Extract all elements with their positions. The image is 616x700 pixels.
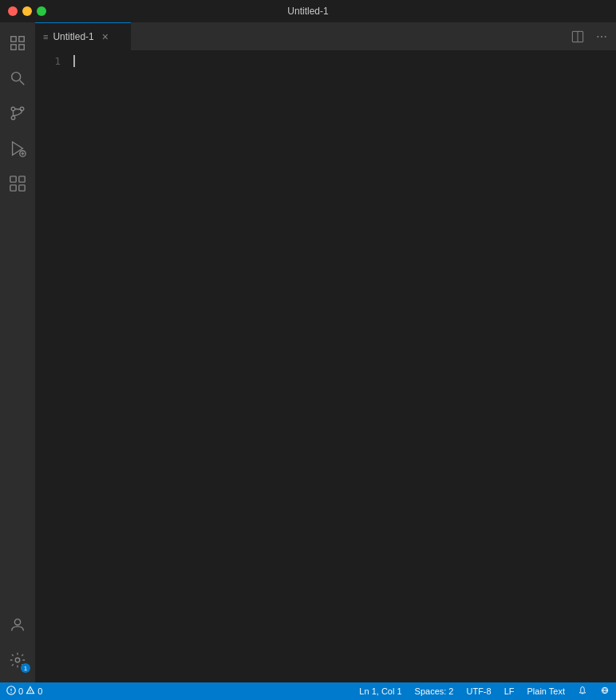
settings-icon[interactable]: 1 (0, 643, 35, 678)
line-ending-item[interactable]: LF (498, 682, 521, 700)
svg-rect-14 (10, 176, 16, 182)
window-title: Untitled-1 (287, 6, 328, 17)
run-debug-icon[interactable] (0, 131, 35, 166)
language-item[interactable]: Plain Text (521, 682, 572, 700)
account-icon[interactable] (0, 607, 35, 643)
source-control-icon[interactable] (0, 96, 35, 131)
error-icon (6, 686, 16, 697)
svg-rect-1 (19, 37, 24, 42)
svg-rect-15 (19, 176, 25, 182)
cursor-position-text: Ln 1, Col 1 (359, 686, 401, 696)
window-controls (8, 6, 46, 16)
code-editor[interactable] (67, 50, 616, 682)
tab-bar-actions (567, 22, 616, 50)
notifications-item[interactable] (571, 682, 594, 700)
minimize-button[interactable] (22, 6, 32, 16)
svg-rect-2 (19, 45, 24, 49)
error-count: 0 (18, 686, 23, 696)
search-icon[interactable] (0, 61, 35, 96)
svg-rect-17 (19, 185, 25, 191)
svg-rect-16 (10, 185, 16, 191)
status-bar: 0 0 Ln 1, Col 1 Spaces: 2 UTF-8 LF P (0, 682, 616, 700)
status-bar-left: 0 0 (0, 682, 49, 700)
svg-marker-10 (13, 142, 23, 156)
activity-bar: 1 (0, 22, 35, 682)
maximize-button[interactable] (37, 6, 46, 16)
line-ending-text: LF (504, 686, 515, 696)
svg-point-19 (15, 658, 20, 662)
svg-point-27 (10, 692, 11, 693)
line-numbers: 1 (35, 50, 67, 682)
remote-icon (600, 686, 610, 697)
svg-point-24 (605, 36, 606, 38)
indent-item[interactable]: Spaces: 2 (409, 682, 460, 700)
remote-item[interactable] (594, 682, 616, 700)
split-editor-button[interactable] (567, 26, 589, 48)
line-number: 1 (35, 53, 61, 69)
notifications-icon (578, 686, 587, 697)
encoding-text: UTF-8 (466, 686, 491, 696)
close-button[interactable] (8, 6, 18, 16)
title-bar: Untitled-1 (0, 0, 616, 22)
warning-count: 0 (38, 686, 42, 696)
svg-rect-0 (11, 37, 16, 42)
svg-point-18 (14, 619, 20, 625)
svg-point-22 (597, 36, 598, 38)
svg-point-4 (12, 73, 21, 81)
status-bar-right: Ln 1, Col 1 Spaces: 2 UTF-8 LF Plain Tex… (353, 682, 616, 700)
tab-bar: ≡ Untitled-1 × (35, 22, 616, 50)
encoding-item[interactable]: UTF-8 (460, 682, 497, 700)
warning-icon (26, 686, 35, 697)
editor-content[interactable]: 1 (35, 50, 616, 682)
main-layout: 1 ≡ Untitled-1 × (0, 22, 616, 682)
activity-bar-bottom: 1 (0, 607, 35, 682)
tab-close-button[interactable]: × (99, 30, 112, 43)
svg-rect-3 (11, 45, 16, 49)
svg-point-7 (11, 116, 15, 120)
language-text: Plain Text (527, 686, 566, 696)
tab-label: Untitled-1 (53, 31, 93, 42)
indent-text: Spaces: 2 (415, 686, 454, 696)
svg-line-5 (20, 81, 25, 85)
error-count-item[interactable]: 0 0 (0, 682, 49, 700)
settings-badge: 1 (21, 663, 30, 673)
more-actions-button[interactable] (590, 26, 613, 48)
cursor-position-item[interactable]: Ln 1, Col 1 (353, 682, 408, 700)
extensions-icon[interactable] (0, 166, 35, 201)
svg-point-6 (11, 107, 15, 111)
text-cursor (73, 55, 75, 67)
editor-tab[interactable]: ≡ Untitled-1 × (35, 22, 131, 50)
svg-point-23 (601, 36, 602, 38)
explorer-icon[interactable] (0, 26, 35, 61)
activity-bar-top (0, 26, 35, 607)
tab-file-icon: ≡ (43, 32, 48, 42)
svg-point-29 (30, 692, 31, 693)
editor-area: ≡ Untitled-1 × (35, 22, 616, 682)
